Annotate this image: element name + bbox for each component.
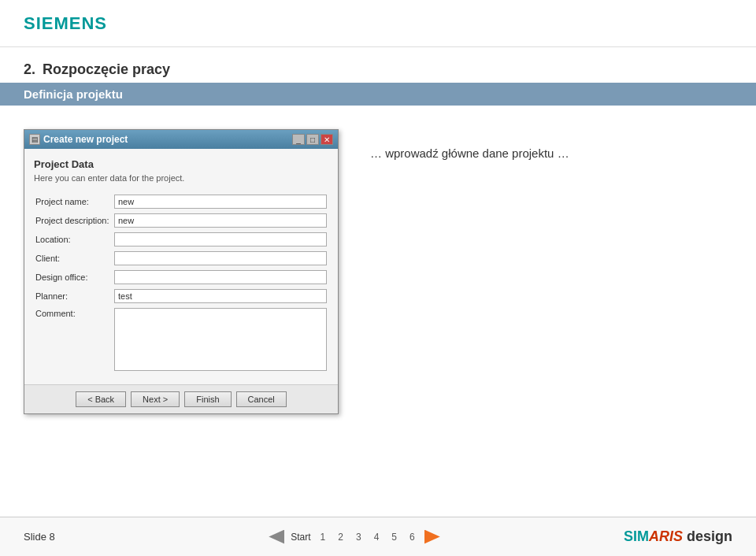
brand-aris: ARIS xyxy=(649,528,683,544)
next-button[interactable]: Next > xyxy=(131,391,180,407)
header: SIEMENS xyxy=(0,0,756,47)
form-row: Client: xyxy=(34,249,328,268)
nav-num-3[interactable]: 3 xyxy=(353,532,365,543)
back-button[interactable]: < Back xyxy=(76,391,126,407)
maximize-button[interactable]: □ xyxy=(306,134,319,145)
slide-label: Slide 8 xyxy=(24,531,87,543)
field-input-4[interactable] xyxy=(114,270,327,284)
nav-num-2[interactable]: 2 xyxy=(335,532,346,543)
dialog-footer: < Back Next > Finish Cancel xyxy=(24,384,338,413)
nav-num-5[interactable]: 5 xyxy=(388,532,400,543)
dialog-section-description: Here you can enter data for the project. xyxy=(34,173,328,183)
field-input-1[interactable] xyxy=(114,213,327,228)
form-row: Location: xyxy=(34,230,328,249)
brand-sim: SIM xyxy=(624,528,649,544)
dialog-body: Project Data Here you can enter data for… xyxy=(24,149,338,384)
main-content: ▤ Create new project _ □ ✕ Project Data … xyxy=(0,106,756,438)
brand-design: design xyxy=(683,528,732,544)
form-row: Project description: xyxy=(34,211,328,230)
field-label-1: Project description: xyxy=(34,211,113,230)
section-title-area: 2. Rozpoczęcie pracy xyxy=(0,47,756,83)
finish-button[interactable]: Finish xyxy=(184,391,231,407)
comment-textarea[interactable] xyxy=(114,308,327,371)
nav-num-1[interactable]: 1 xyxy=(317,532,329,543)
dialog-title-icon: ▤ xyxy=(29,134,40,145)
close-button[interactable]: ✕ xyxy=(321,134,333,145)
form-table: Project name:Project description:Locatio… xyxy=(34,192,328,375)
footer: Slide 8 Start 1 2 3 4 5 6 SIMARIS design xyxy=(0,517,756,556)
nav-next-arrow[interactable] xyxy=(424,530,440,544)
field-label-3: Client: xyxy=(34,249,113,268)
form-row: Planner: xyxy=(34,287,328,306)
field-label-5: Planner: xyxy=(34,287,113,306)
dialog-window: ▤ Create new project _ □ ✕ Project Data … xyxy=(24,129,339,414)
section-title: 2. Rozpoczęcie pracy xyxy=(24,61,732,78)
comment-label: Comment: xyxy=(34,306,113,375)
minimize-button[interactable]: _ xyxy=(292,134,305,145)
form-row: Project name: xyxy=(34,192,328,211)
field-label-0: Project name: xyxy=(34,192,113,211)
field-input-2[interactable] xyxy=(114,232,327,246)
dialog-controls: _ □ ✕ xyxy=(292,134,333,145)
field-input-3[interactable] xyxy=(114,251,327,265)
field-input-5[interactable] xyxy=(114,289,327,303)
subtitle: Definicja projektu xyxy=(24,87,123,101)
field-label-4: Design office: xyxy=(34,268,113,287)
dialog-title-text: Create new project xyxy=(43,134,128,145)
cancel-button[interactable]: Cancel xyxy=(236,391,287,407)
nav-start-label[interactable]: Start xyxy=(291,532,310,543)
field-input-0[interactable] xyxy=(114,195,327,209)
dialog-titlebar: ▤ Create new project _ □ ✕ xyxy=(24,130,338,149)
footer-nav: Start 1 2 3 4 5 6 xyxy=(87,530,622,544)
blue-bar: Definicja projektu xyxy=(0,83,756,106)
instruction-text: … wprowadź główne dane projektu … xyxy=(370,129,569,163)
nav-num-4[interactable]: 4 xyxy=(371,532,383,543)
dialog-section-heading: Project Data xyxy=(34,158,328,170)
comment-row: Comment: xyxy=(34,306,328,375)
nav-prev-arrow[interactable] xyxy=(269,530,284,544)
field-label-2: Location: xyxy=(34,230,113,249)
siemens-logo: SIEMENS xyxy=(24,13,107,34)
form-row: Design office: xyxy=(34,268,328,287)
footer-brand: SIMARIS design xyxy=(622,528,732,545)
nav-num-6[interactable]: 6 xyxy=(406,532,418,543)
